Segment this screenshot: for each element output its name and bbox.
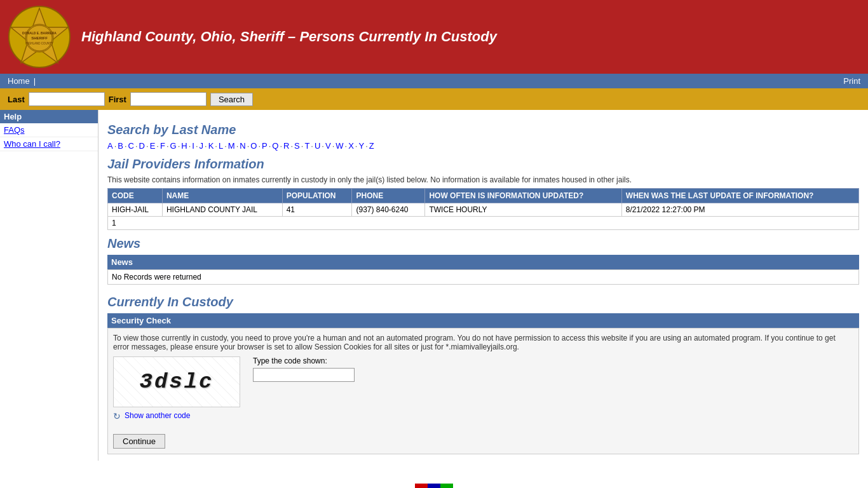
jail-table-header-row: CODENAMEPOPULATIONPHONEHOW OFTEN IS INFO…: [108, 189, 859, 203]
jail-table-cell: 8/21/2022 12:27:00 PM: [621, 203, 858, 217]
alpha-link-u[interactable]: U: [315, 141, 320, 151]
jail-table-header: CODE: [108, 189, 163, 203]
jail-table-footer: 1: [108, 217, 859, 230]
first-name-input[interactable]: [130, 92, 207, 106]
alpha-sep: ·: [311, 141, 313, 151]
alpha-sep: ·: [135, 141, 138, 151]
svg-text:SHERIFF: SHERIFF: [31, 36, 48, 40]
page-footer: MONTGOMERY ©2001- 2022 Board of County C…: [0, 473, 868, 488]
alpha-link-j[interactable]: J: [200, 141, 204, 151]
alpha-link-o[interactable]: O: [250, 141, 257, 151]
alpha-sep: ·: [301, 141, 304, 151]
alpha-link-l[interactable]: L: [219, 141, 223, 151]
captcha-input[interactable]: [253, 368, 355, 382]
main-layout: Help FAQs Who can I call? Search by Last…: [0, 110, 868, 461]
jail-table-header: NAME: [162, 189, 282, 203]
print-link[interactable]: Print: [843, 76, 860, 86]
jail-table-header: HOW OFTEN IS INFORMATION UPDATED?: [425, 189, 621, 203]
alpha-sep: ·: [114, 141, 117, 151]
alpha-sep: ·: [189, 141, 191, 151]
captcha-input-label: Type the code shown:: [253, 356, 355, 365]
custody-section-title: Currently In Custody: [107, 295, 859, 309]
alpha-link-c[interactable]: C: [128, 141, 134, 151]
alpha-link-f[interactable]: F: [160, 141, 165, 151]
jail-table-header: WHEN WAS THE LAST UPDATE OF INFORMATION?: [621, 189, 858, 203]
sidebar: Help FAQs Who can I call?: [0, 110, 98, 461]
news-no-records: No Records were returned: [107, 269, 859, 285]
alpha-link-w[interactable]: W: [336, 141, 343, 151]
alpha-link-i[interactable]: I: [192, 141, 194, 151]
alpha-link-r[interactable]: R: [283, 141, 289, 151]
alpha-link-h[interactable]: H: [181, 141, 187, 151]
alpha-sep: ·: [332, 141, 335, 151]
show-another-code-link[interactable]: ↻ Show another code: [113, 411, 853, 420]
captcha-text: 3dslc: [139, 370, 214, 394]
last-label: Last: [8, 95, 25, 104]
page-title: Highland County, Ohio, Sheriff – Persons…: [81, 29, 497, 45]
jail-description: This website contains information on inm…: [107, 175, 859, 184]
page-header: DONALD E. BARRERA SHERIFF HIGHLAND COUNT…: [0, 0, 868, 74]
alpha-sep: ·: [178, 141, 180, 151]
alpha-link-x[interactable]: X: [348, 141, 354, 151]
alpha-sep: ·: [269, 141, 271, 151]
alpha-sep: ·: [205, 141, 207, 151]
svg-rect-8: [415, 484, 428, 488]
security-header: Security Check: [107, 313, 859, 328]
alpha-sep: ·: [290, 141, 293, 151]
search-section-title: Search by Last Name: [107, 123, 859, 137]
jail-info-table: CODENAMEPOPULATIONPHONEHOW OFTEN IS INFO…: [107, 188, 859, 230]
footer-logo: MONTGOMERY: [415, 484, 453, 488]
alpha-link-m[interactable]: M: [228, 141, 235, 151]
main-content: Search by Last Name A · B · C · D · E · …: [98, 110, 868, 461]
alpha-link-p[interactable]: P: [262, 141, 268, 151]
refresh-icon: ↻: [113, 411, 122, 420]
alpha-sep: ·: [156, 141, 159, 151]
svg-text:DONALD E. BARRERA: DONALD E. BARRERA: [22, 31, 57, 35]
alpha-link-e[interactable]: E: [150, 141, 156, 151]
news-table-header: News: [107, 255, 859, 269]
alpha-link-t[interactable]: T: [304, 141, 309, 151]
alpha-link-d[interactable]: D: [139, 141, 145, 151]
jail-table-header: PHONE: [352, 189, 425, 203]
security-check-box: Security Check To view those currently i…: [107, 313, 859, 454]
jail-table-cell: (937) 840-6240: [352, 203, 425, 217]
captcha-image: 3dslc: [113, 356, 240, 407]
sidebar-item-faqs[interactable]: FAQs: [0, 123, 98, 137]
navbar-separator: |: [34, 76, 36, 86]
search-button[interactable]: Search: [210, 93, 253, 106]
alpha-sep: ·: [196, 141, 198, 151]
alpha-link-g[interactable]: G: [170, 141, 177, 151]
sidebar-item-who-can-i-call[interactable]: Who can I call?: [0, 137, 98, 151]
alpha-link-q[interactable]: Q: [272, 141, 278, 151]
jail-table-cell: 41: [282, 203, 352, 217]
alpha-sep: ·: [345, 141, 348, 151]
security-text: To view those currently in custody, you …: [113, 334, 853, 351]
jail-table-row: HIGH-JAILHIGHLAND COUNTY JAIL41(937) 840…: [108, 203, 859, 217]
alpha-link-z[interactable]: Z: [369, 141, 374, 151]
svg-rect-9: [428, 484, 440, 488]
home-link[interactable]: Home: [8, 76, 30, 86]
alpha-link-y[interactable]: Y: [358, 141, 364, 151]
alpha-link-v[interactable]: V: [325, 141, 331, 151]
alpha-link-s[interactable]: S: [294, 141, 300, 151]
alpha-link-n[interactable]: N: [240, 141, 245, 151]
badge-svg: DONALD E. BARRERA SHERIFF HIGHLAND COUNT…: [8, 5, 71, 69]
jail-table-cell: HIGH-JAIL: [108, 203, 163, 217]
news-table: News No Records were returned: [107, 255, 859, 285]
show-another-label: Show another code: [125, 411, 190, 420]
first-label: First: [109, 95, 126, 104]
search-bar: Last First Search: [0, 88, 868, 110]
last-name-input[interactable]: [29, 92, 105, 106]
sheriff-badge-logo: DONALD E. BARRERA SHERIFF HIGHLAND COUNT…: [8, 5, 71, 69]
alpha-link-k[interactable]: K: [208, 141, 214, 151]
alpha-link-b[interactable]: B: [118, 141, 123, 151]
alpha-link-a[interactable]: A: [107, 141, 113, 151]
alpha-sep: ·: [146, 141, 149, 151]
montgomery-logo-svg: MONTGOMERY: [415, 484, 453, 488]
continue-button[interactable]: Continue: [113, 434, 165, 449]
alpha-sep: ·: [258, 141, 261, 151]
jail-section-title: Jail Providers Information: [107, 157, 859, 172]
alpha-sep: ·: [365, 141, 368, 151]
news-section-title: News: [107, 236, 859, 251]
alphabet-links: A · B · C · D · E · F · G · H · I · J · …: [107, 141, 859, 151]
